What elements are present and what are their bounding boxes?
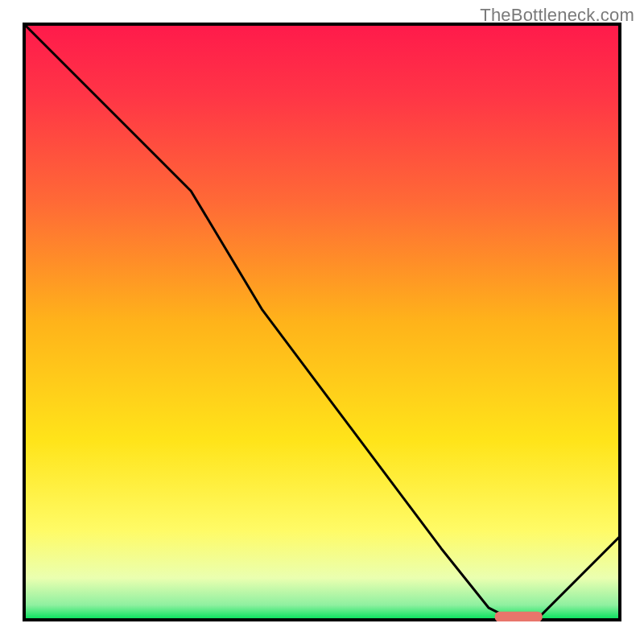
bottleneck-chart: [23, 23, 621, 621]
chart-svg: [23, 23, 621, 621]
optimal-range-marker: [495, 612, 543, 621]
watermark-text: TheBottleneck.com: [480, 5, 634, 26]
